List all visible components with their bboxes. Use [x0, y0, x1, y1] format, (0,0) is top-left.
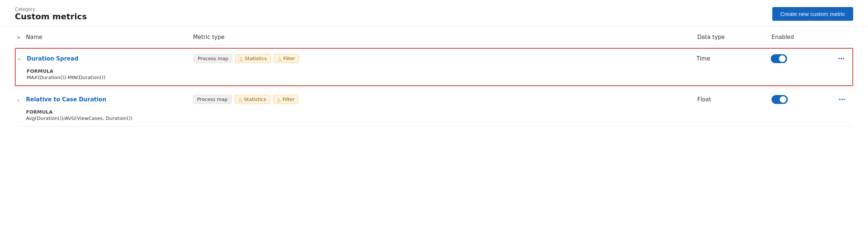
row-main-duration-spread: ⌄ Duration Spread Process map △ Statisti…	[16, 49, 852, 68]
col-data-type-header: Data type	[697, 34, 772, 40]
page-title: Custom metrics	[15, 12, 87, 21]
metric-row-duration-spread: ⌄ Duration Spread Process map △ Statisti…	[15, 46, 853, 88]
chevron-down-icon-relative[interactable]: ⌄	[15, 96, 22, 103]
chip-label-process-map-1: Process map	[198, 56, 228, 61]
metric-name-relative[interactable]: Relative to Case Duration	[26, 96, 107, 103]
warning-icon-1: △	[239, 56, 243, 61]
formula-value-relative: Avg(Duration())/AVG(ViewCases, Duration(…	[26, 115, 853, 121]
table-header: > Name Metric type Data type Enabled	[15, 27, 853, 45]
toggle-duration-spread[interactable]	[771, 54, 830, 63]
warning-icon-2: △	[239, 97, 242, 102]
toggle-relative[interactable]	[772, 95, 831, 104]
col-metric-type-header: Metric type	[193, 34, 697, 40]
col-name-header: > Name	[15, 33, 193, 41]
chip-statistics-2: △ Statistics	[235, 95, 270, 104]
chip-label-filter-2: Filter	[282, 97, 294, 102]
chevron-down-icon-duration-spread[interactable]: ⌄	[16, 55, 23, 62]
toggle-slider-duration-spread	[771, 54, 787, 63]
warning-icon-filter-1: △	[278, 56, 281, 61]
row-main-relative: ⌄ Relative to Case Duration Process map …	[15, 89, 853, 109]
chips-relative: Process map △ Statistics △ Filter	[193, 95, 697, 104]
data-type-relative: Float	[697, 96, 772, 103]
page-header: Category Custom metrics Create new custo…	[0, 0, 868, 27]
chips-duration-spread: Process map △ Statistics △ Filter	[194, 54, 697, 63]
header-left: Category Custom metrics	[15, 7, 87, 21]
col-enabled-header: Enabled	[772, 34, 831, 40]
col-name-label: Name	[26, 34, 42, 40]
formula-label-relative: FORMULA	[26, 109, 853, 115]
create-custom-metric-button[interactable]: Create new custom metric	[772, 7, 853, 21]
data-type-duration-spread: Time	[697, 55, 771, 62]
chip-filter-2: △ Filter	[273, 95, 298, 104]
more-options-relative[interactable]: ⋯	[831, 95, 853, 103]
expand-all-icon[interactable]: >	[15, 33, 22, 41]
chip-label-statistics-2: Statistics	[244, 97, 266, 102]
toggle-label-relative[interactable]	[772, 95, 788, 104]
toggle-slider-relative	[772, 95, 788, 104]
warning-icon-filter-2: △	[277, 97, 281, 102]
chip-label-process-map-2: Process map	[197, 97, 227, 102]
category-label: Category	[15, 7, 87, 12]
formula-relative: FORMULA Avg(Duration())/AVG(ViewCases, D…	[15, 109, 853, 126]
chip-statistics-1: △ Statistics	[235, 54, 271, 63]
chip-label-filter-1: Filter	[283, 56, 295, 61]
metric-row-relative-to-case-duration: ⌄ Relative to Case Duration Process map …	[15, 89, 853, 127]
formula-value-duration-spread: MAX(Duration())-MIN(Duration())	[27, 75, 852, 80]
toggle-label-duration-spread[interactable]	[771, 54, 787, 63]
formula-label-duration-spread: FORMULA	[27, 68, 852, 74]
chip-label-statistics-1: Statistics	[245, 56, 267, 61]
metrics-table: > Name Metric type Data type Enabled ⌄ D…	[0, 27, 868, 127]
chip-filter-1: △ Filter	[274, 54, 299, 63]
row-name-duration-spread: ⌄ Duration Spread	[16, 55, 194, 62]
more-options-duration-spread[interactable]: ⋯	[830, 55, 852, 62]
chip-process-map-2: Process map	[193, 95, 232, 104]
metric-name-duration-spread[interactable]: Duration Spread	[27, 55, 78, 62]
row-name-relative: ⌄ Relative to Case Duration	[15, 96, 193, 103]
formula-duration-spread: FORMULA MAX(Duration())-MIN(Duration())	[16, 68, 852, 85]
chip-process-map-1: Process map	[194, 54, 232, 63]
